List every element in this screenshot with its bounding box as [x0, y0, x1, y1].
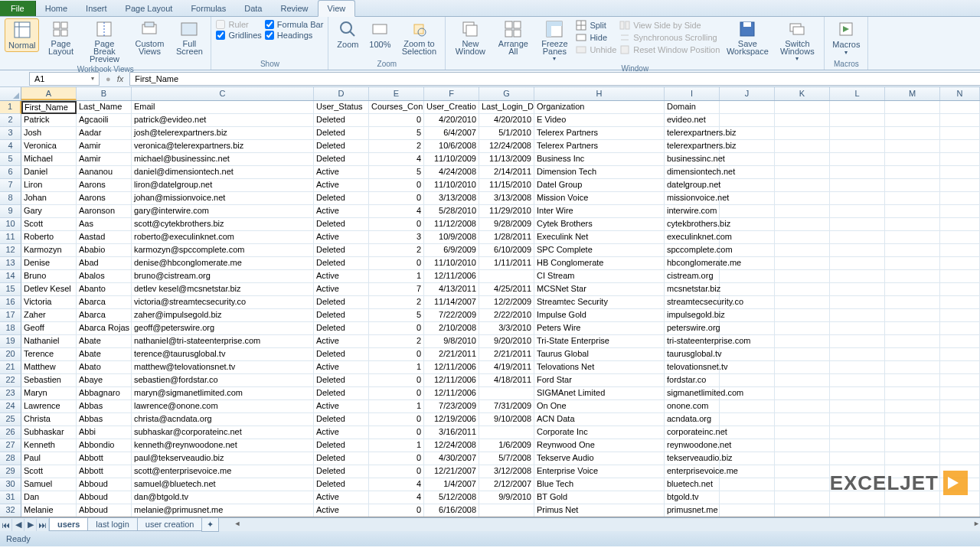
cell[interactable]	[775, 205, 830, 218]
cell[interactable]	[775, 439, 830, 452]
cell[interactable]: cistream.org	[665, 270, 720, 283]
cell[interactable]: SPC Complete	[534, 244, 665, 257]
cell[interactable]	[775, 127, 830, 140]
tab-home[interactable]: Home	[36, 1, 77, 16]
cell[interactable]: 12/19/2006	[424, 413, 479, 426]
cell[interactable]	[830, 283, 885, 296]
cell[interactable]: 4/20/2010	[479, 114, 534, 127]
cell[interactable]: 11/15/2010	[479, 179, 534, 192]
cell[interactable]	[775, 140, 830, 153]
cell[interactable]	[720, 387, 775, 400]
row-header[interactable]: 15	[0, 283, 21, 296]
cell[interactable]	[940, 114, 980, 127]
cell[interactable]: Abbott	[77, 452, 132, 465]
col-header-d[interactable]: D	[314, 87, 369, 100]
cell[interactable]: Kenneth	[21, 439, 77, 452]
cell[interactable]: Deleted	[314, 374, 369, 387]
cell[interactable]: Active	[314, 270, 369, 283]
cell[interactable]	[940, 218, 980, 231]
cell[interactable]	[775, 179, 830, 192]
cell[interactable]: Gary	[21, 205, 77, 218]
select-all-corner[interactable]	[0, 87, 21, 100]
cell[interactable]: 10/9/2008	[424, 231, 479, 244]
cell[interactable]: Active	[314, 205, 369, 218]
cell[interactable]	[940, 504, 980, 517]
cell[interactable]	[885, 179, 940, 192]
cell[interactable]: scott@enterprisevoice.me	[132, 465, 314, 478]
cell[interactable]	[940, 270, 980, 283]
cell[interactable]: Terence	[21, 348, 77, 361]
cell[interactable]	[885, 439, 940, 452]
cell[interactable]	[940, 400, 980, 413]
row-header[interactable]: 28	[0, 452, 21, 465]
page-break-button[interactable]: Page Break Preview	[82, 18, 126, 64]
cell[interactable]	[885, 270, 940, 283]
cell[interactable]: Dan	[21, 491, 77, 504]
cell[interactable]: Abbi	[77, 426, 132, 439]
cell[interactable]: Aarons	[77, 192, 132, 205]
horizontal-scrollbar[interactable]	[234, 520, 980, 530]
cell[interactable]: 3/12/2008	[479, 465, 534, 478]
cell[interactable]: Abarca Rojas	[77, 322, 132, 335]
cell[interactable]: 12/2/2009	[479, 296, 534, 309]
cell[interactable]: Deleted	[314, 465, 369, 478]
cell[interactable]: Abad	[77, 257, 132, 270]
normal-view-button[interactable]: Normal	[5, 18, 39, 52]
cell[interactable]: 5/1/2010	[479, 127, 534, 140]
row-header[interactable]: 19	[0, 335, 21, 348]
cell[interactable]: BT Gold	[534, 491, 665, 504]
cell[interactable]: SIGMAnet Limited	[534, 387, 665, 400]
cell[interactable]: Deleted	[314, 296, 369, 309]
cell[interactable]: Deleted	[314, 192, 369, 205]
cell[interactable]	[885, 244, 940, 257]
page-layout-button[interactable]: Page Layout	[42, 18, 79, 57]
cell[interactable]: telerexpartners.biz	[665, 140, 720, 153]
col-header-h[interactable]: H	[534, 87, 665, 100]
cell[interactable]: Active	[314, 426, 369, 439]
cell[interactable]: Karmozyn	[21, 244, 77, 257]
cell[interactable]: zaher@impulsegold.biz	[132, 309, 314, 322]
cell[interactable]: Abbagnaro	[77, 387, 132, 400]
cell[interactable]: Active	[314, 504, 369, 517]
cell[interactable]: dimensiontech.net	[665, 166, 720, 179]
cell[interactable]: Aaronson	[77, 205, 132, 218]
cell[interactable]	[830, 114, 885, 127]
cell[interactable]: execulinknet.com	[665, 231, 720, 244]
cell[interactable]	[885, 478, 940, 491]
cell[interactable]	[940, 153, 980, 166]
col-header-g[interactable]: G	[479, 87, 534, 100]
cell[interactable]	[775, 283, 830, 296]
cell[interactable]: matthew@telovationsnet.tv	[132, 361, 314, 374]
col-header-f[interactable]: F	[424, 87, 479, 100]
cell[interactable]	[830, 413, 885, 426]
cell[interactable]	[830, 166, 885, 179]
cell[interactable]: 9/9/2010	[479, 491, 534, 504]
cell[interactable]	[720, 192, 775, 205]
cell[interactable]: 10/6/2008	[424, 140, 479, 153]
cell[interactable]	[940, 374, 980, 387]
cell[interactable]	[885, 114, 940, 127]
cell[interactable]	[940, 140, 980, 153]
cell[interactable]: Abarca	[77, 296, 132, 309]
cell[interactable]: 3/3/2010	[479, 322, 534, 335]
cell[interactable]	[940, 192, 980, 205]
cell[interactable]: 12/11/2006	[424, 387, 479, 400]
row-header[interactable]: 10	[0, 218, 21, 231]
cell[interactable]: Mission Voice	[534, 192, 665, 205]
col-header-c[interactable]: C	[132, 87, 314, 100]
cell[interactable]: Execulink Net	[534, 231, 665, 244]
cell[interactable]	[830, 218, 885, 231]
formula-input[interactable]: First_Name	[129, 72, 980, 86]
cell[interactable]: Daniel	[21, 166, 77, 179]
cell[interactable]	[940, 205, 980, 218]
sheet-tab-users[interactable]: users	[49, 518, 88, 531]
cell[interactable]: Aarons	[77, 179, 132, 192]
cell[interactable]	[775, 309, 830, 322]
cell[interactable]	[775, 322, 830, 335]
cell[interactable]: Reynwood One	[534, 439, 665, 452]
cell[interactable]: streamtecsecurity.co	[665, 296, 720, 309]
cell[interactable]: 5	[369, 309, 424, 322]
cell[interactable]: Josh	[21, 127, 77, 140]
row-header[interactable]: 30	[0, 478, 21, 491]
col-header-m[interactable]: M	[885, 87, 940, 100]
